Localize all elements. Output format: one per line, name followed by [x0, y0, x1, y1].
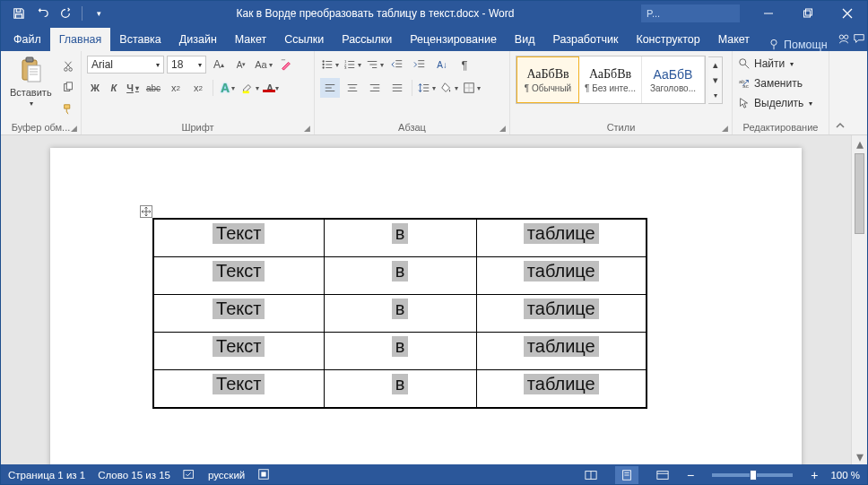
scroll-up-button[interactable]: ▴	[852, 135, 867, 152]
bullets-button[interactable]: ▾	[320, 55, 340, 74]
dialog-launcher-icon[interactable]: ◢	[722, 124, 728, 133]
status-macros[interactable]	[257, 468, 270, 482]
zoom-slider[interactable]	[712, 473, 793, 477]
decrease-indent-button[interactable]	[387, 55, 407, 74]
shrink-font-button[interactable]: A▾	[231, 55, 251, 74]
cell-text[interactable]: в	[392, 336, 409, 357]
tab-references[interactable]: Ссылки	[275, 28, 333, 51]
line-spacing-button[interactable]: ▾	[417, 78, 437, 98]
tab-developer[interactable]: Разработчик	[543, 28, 627, 51]
grow-font-button[interactable]: A▴	[209, 55, 229, 74]
cell-text[interactable]: Текст	[213, 223, 265, 244]
cell-text[interactable]: Текст	[213, 374, 265, 394]
copy-button[interactable]	[58, 78, 78, 98]
cell-text[interactable]: в	[392, 223, 409, 244]
view-print-layout[interactable]	[615, 466, 638, 484]
superscript-button[interactable]: x2	[188, 78, 208, 98]
styles-gallery[interactable]: АаБбВв ¶ Обычный АаБбВв ¶ Без инте... Аа…	[516, 56, 706, 104]
strikethrough-button[interactable]: abc	[143, 78, 163, 98]
clear-formatting-button[interactable]	[276, 55, 296, 74]
vertical-scrollbar[interactable]: ▴ ▾	[851, 135, 867, 464]
show-marks-button[interactable]: ¶	[455, 55, 474, 74]
table-row[interactable]: Текст в таблице	[153, 257, 647, 295]
table-row[interactable]: Текст в таблице	[153, 333, 647, 370]
restore-button[interactable]	[788, 1, 828, 26]
cell-text[interactable]: таблице	[524, 374, 599, 394]
cell-text[interactable]: Текст	[213, 299, 265, 319]
view-web-layout[interactable]	[651, 466, 674, 484]
cell-text[interactable]: таблице	[524, 261, 599, 281]
sort-button[interactable]: A↓	[432, 55, 452, 74]
font-color-button[interactable]: A▾	[263, 78, 282, 98]
tab-home[interactable]: Главная	[50, 28, 111, 51]
font-size-combo[interactable]: 18▾	[167, 56, 206, 74]
tab-review[interactable]: Рецензирование	[401, 28, 506, 51]
cell-text[interactable]: таблице	[524, 223, 599, 244]
text-effects-button[interactable]: A▾	[218, 78, 238, 98]
scroll-down-button[interactable]: ▾	[852, 448, 867, 464]
numbering-button[interactable]: 123▾	[343, 55, 362, 74]
zoom-slider-knob[interactable]	[750, 470, 757, 481]
zoom-in-button[interactable]: +	[811, 468, 818, 482]
zoom-out-button[interactable]: −	[687, 468, 694, 482]
status-language[interactable]: русский	[208, 470, 245, 481]
style-heading1[interactable]: АаБбВ Заголово...	[642, 56, 705, 103]
view-read-mode[interactable]	[579, 466, 603, 484]
align-right-button[interactable]	[365, 78, 385, 98]
tab-file[interactable]: Файл	[4, 28, 50, 51]
dialog-launcher-icon[interactable]: ◢	[304, 124, 310, 133]
table-move-handle[interactable]	[140, 205, 152, 218]
collapse-ribbon-button[interactable]	[829, 51, 851, 134]
qat-customize-button[interactable]: ▾	[88, 3, 109, 24]
table-row[interactable]: Текст в таблице	[153, 295, 647, 333]
styles-gallery-more[interactable]: ▴ ▾ ▾	[708, 56, 723, 104]
style-normal[interactable]: АаБбВв ¶ Обычный	[516, 56, 579, 103]
paste-button[interactable]: Вставить ▾	[6, 55, 56, 109]
cell-text[interactable]: таблице	[524, 299, 599, 319]
minimize-button[interactable]	[749, 1, 788, 26]
font-name-combo[interactable]: Arial▾	[87, 56, 164, 74]
table-row[interactable]: Текст в таблице	[153, 370, 647, 409]
tab-view[interactable]: Вид	[506, 28, 544, 51]
document-table[interactable]: Текст в таблице Текст в таблице Текст в …	[152, 218, 647, 409]
table-row[interactable]: Текст в таблице	[153, 219, 647, 257]
cell-text[interactable]: Текст	[213, 336, 265, 357]
redo-button[interactable]	[55, 3, 76, 24]
dialog-launcher-icon[interactable]: ◢	[499, 124, 506, 133]
justify-button[interactable]	[387, 78, 407, 98]
status-spellcheck[interactable]	[183, 468, 195, 482]
share-button[interactable]	[837, 26, 852, 51]
scroll-down-icon[interactable]: ▾	[708, 73, 722, 88]
align-center-button[interactable]	[343, 78, 362, 98]
tab-insert[interactable]: Вставка	[110, 28, 169, 51]
tab-layout[interactable]: Макет	[226, 28, 275, 51]
find-button[interactable]: Найти▾	[738, 55, 823, 73]
highlight-button[interactable]: ▾	[240, 78, 260, 98]
user-badge[interactable]: P...	[641, 4, 740, 22]
cell-text[interactable]: таблице	[524, 336, 599, 357]
borders-button[interactable]: ▾	[462, 78, 482, 98]
tab-table-design[interactable]: Конструктор	[627, 28, 708, 51]
scroll-up-icon[interactable]: ▴	[708, 57, 722, 73]
style-no-spacing[interactable]: АаБбВв ¶ Без инте...	[579, 56, 642, 103]
underline-button[interactable]: Ч▾	[125, 78, 141, 98]
page-container[interactable]: Текст в таблице Текст в таблице Текст в …	[1, 135, 851, 464]
italic-button[interactable]: К	[106, 78, 122, 98]
dialog-launcher-icon[interactable]: ◢	[71, 124, 77, 133]
subscript-button[interactable]: x2	[166, 78, 186, 98]
cell-text[interactable]: в	[392, 299, 409, 319]
expand-gallery-icon[interactable]: ▾	[708, 88, 722, 103]
increase-indent-button[interactable]	[410, 55, 430, 74]
tab-mailings[interactable]: Рассылки	[333, 28, 401, 51]
page[interactable]: Текст в таблице Текст в таблице Текст в …	[50, 148, 802, 464]
align-left-button[interactable]	[320, 78, 340, 98]
bold-button[interactable]: Ж	[87, 78, 103, 98]
comments-button[interactable]	[852, 26, 867, 51]
close-button[interactable]	[828, 1, 867, 26]
change-case-button[interactable]: Aa▾	[254, 55, 273, 74]
cut-button[interactable]	[58, 56, 78, 76]
tab-design[interactable]: Дизайн	[170, 28, 226, 51]
status-page[interactable]: Страница 1 из 1	[8, 470, 85, 481]
cell-text[interactable]: в	[392, 374, 409, 394]
scroll-thumb[interactable]	[855, 153, 864, 234]
